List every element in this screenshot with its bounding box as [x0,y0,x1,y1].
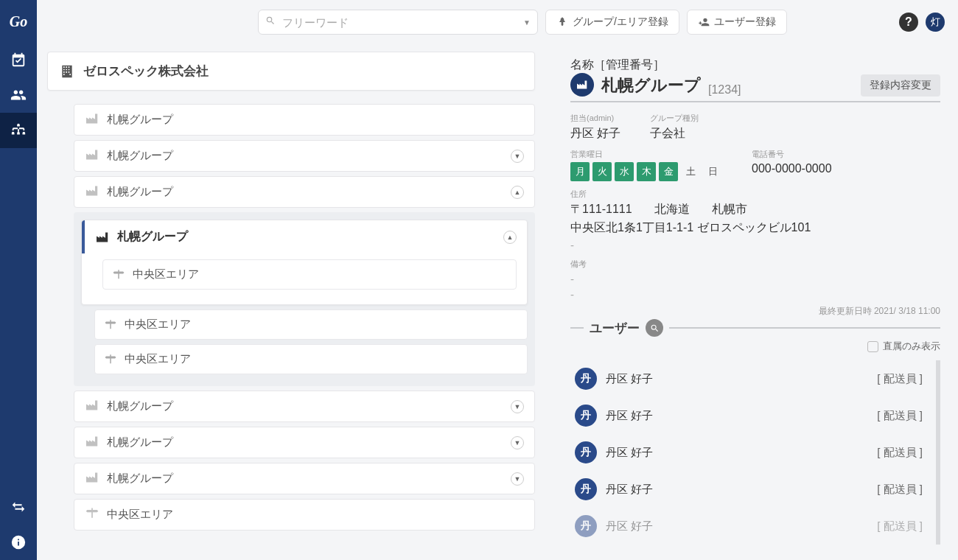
brand-badge[interactable]: 灯 [926,13,945,32]
building-icon [60,64,74,79]
area-row[interactable]: 中央区エリア [94,309,528,340]
nav-calendar[interactable] [0,42,37,77]
user-list: 丹 丹区 好子 [ 配送員 ] 丹 丹区 好子 [ 配送員 ] 丹 丹区 好子 … [570,360,940,545]
factory-icon [85,113,99,127]
search-icon [650,323,660,333]
day-wed: 水 [615,162,634,181]
group-row[interactable]: 札幌グループ ▼ [74,391,535,422]
arrows-icon [10,499,27,515]
direct-only-label: 直属のみ表示 [883,340,940,353]
group-label: 札幌グループ [107,185,173,199]
topbar-right: ? 灯 [899,13,945,32]
expand-toggle[interactable]: ▼ [511,400,524,413]
group-row-expanded[interactable]: 札幌グループ ▲ [74,176,535,208]
field-label: グループ種別 [650,113,699,124]
admin-field: 担当(admin) 丹区 好子 [570,113,620,141]
signpost-icon [104,354,117,365]
user-row[interactable]: 丹 丹区 好子 [ 配送員 ] [570,360,927,397]
search-icon [265,15,276,29]
expand-toggle[interactable]: ▼ [511,472,524,486]
group-label: 札幌グループ [107,149,173,163]
factory-icon [85,149,99,163]
city: 札幌市 [712,202,747,217]
register-user-button[interactable]: ユーザー登録 [687,10,787,35]
user-role: [ 配送員 ] [877,409,923,423]
field-label: 担当(admin) [570,113,620,124]
direct-only-filter: 直属のみ表示 [570,340,940,353]
days-row: 月 火 水 木 金 土 日 [570,162,722,181]
direct-only-checkbox[interactable] [867,341,878,352]
org-chart-icon [10,122,27,139]
divider [669,327,940,329]
search-input[interactable] [258,10,538,35]
btn-label: グループ/エリア登録 [573,15,668,29]
company-name: ゼロスペック株式会社 [83,63,209,80]
factory-icon [85,399,99,413]
sidebar: Go [0,0,37,560]
caret-down-icon[interactable]: ▼ [523,18,531,27]
field-label: 営業曜日 [570,149,722,160]
avatar: 丹 [575,478,597,500]
days-field: 営業曜日 月 火 水 木 金 土 日 [570,149,722,181]
users-icon [10,87,27,103]
memo-block: 備考 - - [570,259,940,301]
user-row[interactable]: 丹 丹区 好子 [ 配送員 ] [570,434,927,471]
field-value: 子会社 [650,126,699,141]
memo-line1: - [570,273,940,285]
info-icon [10,534,27,550]
factory-icon [576,80,589,90]
nested-body: 中央区エリア [82,253,527,304]
factory-icon [85,435,99,449]
divider [570,327,584,329]
group-row[interactable]: 札幌グループ ▼ [74,140,535,172]
group-badge [570,73,594,97]
nav-org[interactable] [0,113,37,148]
nav-info[interactable] [0,525,37,560]
register-group-area-button[interactable]: グループ/エリア登録 [545,10,679,35]
group-row[interactable]: 札幌グループ ▼ [74,463,535,494]
user-row[interactable]: 丹 丹区 好子 [ 配送員 ] [570,397,927,434]
user-row[interactable]: 丹 丹区 好子 [ 配送員 ] [570,471,927,508]
prefecture: 北海道 [654,202,690,217]
app-logo: Go [10,6,27,42]
area-row[interactable]: 中央区エリア [102,259,517,290]
avatar: 丹 [575,405,597,427]
field-label: 備考 [570,259,940,270]
group-row[interactable]: 札幌グループ ▼ [74,427,535,458]
search-wrap: ▼ [258,10,538,35]
btn-label: ユーザー登録 [714,15,776,29]
user-name: 丹区 好子 [606,519,653,533]
expand-toggle[interactable]: ▼ [511,150,524,163]
user-name: 丹区 好子 [606,446,653,460]
group-label: 札幌グループ [107,113,173,127]
detail-header: 札幌グループ [1234] 登録内容変更 [570,73,940,102]
collapse-toggle[interactable]: ▲ [511,186,524,199]
memo-line2: - [570,288,940,301]
help-icon[interactable]: ? [899,13,918,32]
area-row[interactable]: 中央区エリア [94,344,528,374]
collapse-toggle[interactable]: ▲ [503,231,517,244]
user-role: [ 配送員 ] [877,483,923,497]
user-row[interactable]: 丹 丹区 好子 [ 配送員 ] [570,508,927,545]
nested-siblings: 中央区エリア 中央区エリア [81,305,528,374]
user-search-button[interactable] [646,319,663,337]
company-header[interactable]: ゼロスペック株式会社 [47,52,535,91]
field-value: 000-0000-0000 [752,162,832,175]
edit-button[interactable]: 登録内容変更 [861,74,940,97]
pin-icon [556,16,568,28]
calendar-check-icon [10,52,27,68]
area-label: 中央区エリア [107,508,173,522]
group-row[interactable]: 札幌グループ [74,104,535,136]
day-mon: 月 [570,162,590,181]
updated-at: 最終更新日時 2021/ 3/18 11:00 [570,305,940,318]
selected-group-row[interactable]: 札幌グループ ▲ [82,220,527,253]
nav-users[interactable] [0,77,37,113]
detail-grid: 担当(admin) 丹区 好子 グループ種別 子会社 [570,113,940,141]
detail-code: [1234] [708,83,741,97]
section-title: ユーザー [590,320,640,337]
nav-transfer[interactable] [0,489,37,525]
expand-toggle[interactable]: ▼ [511,436,524,449]
tree-nested-container: 札幌グループ ▲ 中央区エリア 中央区エ [74,212,535,386]
tree-nested-card: 札幌グループ ▲ 中央区エリア [81,220,528,305]
area-row[interactable]: 中央区エリア [74,499,535,531]
